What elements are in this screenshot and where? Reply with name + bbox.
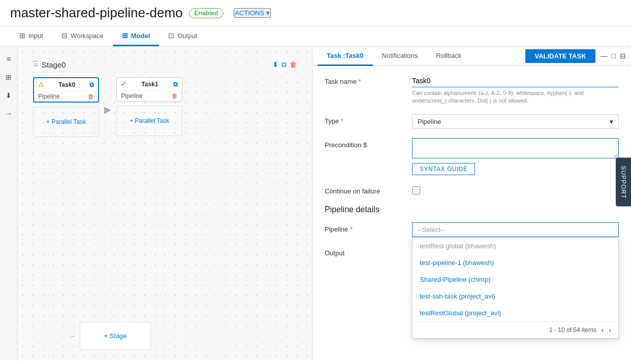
- precondition-label: Precondition $: [325, 138, 406, 149]
- input-icon: ⊞: [19, 31, 25, 40]
- task-card-0[interactable]: ⚠ Task0 ⧉ Pipeline 🗑: [33, 77, 99, 103]
- stage-container: ⠿ Stage0 ⬇ ⧉ 🗑 ⚠ Task0: [28, 57, 302, 142]
- pipeline-details-title: Pipeline details: [325, 205, 619, 214]
- output-icon: ⊡: [168, 31, 174, 40]
- main-layout: ≡ ⊞ ⬇ → ⠿ Stage0 ⬇ ⧉ 🗑: [0, 47, 631, 360]
- minimize-icon[interactable]: —: [601, 52, 608, 60]
- continue-failure-row: Continue on failure: [325, 184, 619, 196]
- output-label: Output: [325, 246, 406, 257]
- task-card-type-0: Pipeline 🗑: [34, 91, 98, 102]
- validate-task-button[interactable]: VALIDATE TASK: [525, 49, 595, 63]
- pipeline-label: Pipeline *: [325, 222, 406, 233]
- copy-task1-icon[interactable]: ⧉: [173, 81, 178, 88]
- type-control: Pipeline ▾: [412, 114, 619, 129]
- task-action-icons-1: ⧉: [173, 81, 178, 88]
- right-tab-notifications[interactable]: Notifications: [373, 47, 427, 66]
- dropdown-item-3[interactable]: test-ssh-task (project_avi): [413, 288, 618, 305]
- pipeline-row: Pipeline * --Select-- testRest global (b…: [325, 222, 619, 237]
- type-label: Type *: [325, 114, 406, 125]
- parallel-task-1[interactable]: + Parallel Task: [116, 106, 182, 136]
- delete-task-icon-0[interactable]: 🗑: [88, 93, 94, 100]
- right-tab-task[interactable]: Task :Task0: [318, 47, 373, 66]
- add-stage-button[interactable]: + Stage: [80, 322, 151, 350]
- precondition-control: SYNTAX GUIDE: [412, 138, 619, 175]
- right-panel: Task :Task0 Notifications Rollback VALID…: [312, 47, 631, 360]
- next-page-button[interactable]: ›: [609, 326, 611, 334]
- task-group-0: ⚠ Task0 ⧉ Pipeline 🗑: [33, 77, 99, 137]
- stage-header: ⠿ Stage0 ⬇ ⧉ 🗑: [28, 57, 302, 72]
- dropdown-item-2[interactable]: Shared-Pipeline (chimp): [413, 271, 618, 288]
- download-stage-icon[interactable]: ⬇: [272, 60, 278, 69]
- drag-handle-icon[interactable]: ⠿: [33, 60, 39, 69]
- canvas-inner: ⠿ Stage0 ⬇ ⧉ 🗑 ⚠ Task0: [18, 47, 312, 360]
- sidebar-icon-arrow[interactable]: →: [2, 107, 16, 121]
- right-tab-rollback[interactable]: Rollback: [427, 47, 470, 66]
- continue-failure-label: Continue on failure: [325, 184, 406, 195]
- arrow-right-icon: →: [69, 332, 76, 340]
- precondition-textarea[interactable]: [412, 138, 619, 158]
- task-name-label: Task name *: [325, 75, 406, 85]
- pipeline-dropdown: testRest global (bhawesh) test-pipeline-…: [412, 237, 619, 339]
- delete-task-icon-1[interactable]: 🗑: [172, 92, 178, 100]
- warn-icon: ⚠: [38, 81, 44, 88]
- enabled-badge: Enabled: [189, 8, 224, 18]
- sidebar-icon-menu[interactable]: ≡: [2, 52, 16, 66]
- actions-button[interactable]: ACTIONS ▾: [234, 8, 271, 18]
- parallel-task-0[interactable]: + Parallel Task: [33, 107, 99, 137]
- stage-name: Stage0: [42, 60, 66, 69]
- tab-model[interactable]: ⊞ Model: [113, 26, 160, 46]
- workspace-icon: ⊟: [61, 31, 68, 40]
- right-panel-header: Task :Task0 Notifications Rollback VALID…: [312, 47, 631, 65]
- type-chevron-icon: ▾: [610, 118, 613, 125]
- copy-task-icon[interactable]: ⧉: [89, 81, 94, 88]
- prev-page-button[interactable]: ‹: [602, 326, 604, 334]
- add-stage-area: → + Stage: [69, 322, 151, 350]
- task-card-type-1: Pipeline 🗑: [117, 91, 182, 101]
- task-action-icons-0: ⧉: [89, 81, 94, 88]
- canvas-area: ⠿ Stage0 ⬇ ⧉ 🗑 ⚠ Task0: [18, 47, 312, 360]
- dropdown-item-0[interactable]: testRest global (bhawesh): [413, 238, 618, 254]
- delete-stage-icon[interactable]: 🗑: [290, 60, 297, 69]
- stage-body: ⚠ Task0 ⧉ Pipeline 🗑: [28, 72, 302, 142]
- type-select[interactable]: Pipeline ▾: [412, 114, 619, 129]
- left-sidebar: ≡ ⊞ ⬇ →: [0, 47, 18, 360]
- maximize-icon[interactable]: □: [612, 52, 616, 60]
- dropdown-item-1[interactable]: test-pipeline-1 (bhawesh): [413, 254, 618, 271]
- task-name-row: Task name * Can contain alphanumeric (a-…: [325, 75, 619, 105]
- type-row: Type * Pipeline ▾: [325, 114, 619, 129]
- tab-input[interactable]: ⊞ Input: [10, 26, 52, 46]
- pipeline-control: --Select-- testRest global (bhawesh) tes…: [412, 222, 619, 237]
- tab-output[interactable]: ⊡ Output: [159, 26, 206, 46]
- ok-icon: ✓: [121, 80, 127, 88]
- copy-stage-icon[interactable]: ⧉: [281, 60, 287, 69]
- tab-workspace[interactable]: ⊟ Workspace: [52, 26, 113, 46]
- task-card-1[interactable]: ✓ Task1 ⧉ Pipeline 🗑: [116, 77, 182, 102]
- task-name-input[interactable]: [412, 75, 619, 87]
- page-title: master-shared-pipeline-demo: [10, 5, 183, 21]
- chevron-down-icon: ▾: [266, 9, 270, 17]
- task-name-1: Task1: [141, 81, 158, 88]
- pipeline-select-input[interactable]: --Select--: [412, 222, 619, 237]
- continue-failure-control: [412, 184, 619, 196]
- task-name-0: Task0: [58, 81, 75, 88]
- task-group-1: ✓ Task1 ⧉ Pipeline 🗑: [116, 77, 182, 137]
- sidebar-icon-download[interactable]: ⬇: [2, 88, 16, 103]
- right-content: Task name * Can contain alphanumeric (a-…: [312, 65, 631, 360]
- precondition-row: Precondition $ SYNTAX GUIDE: [325, 138, 619, 175]
- arrow-connector: ▶: [104, 82, 111, 137]
- dropdown-item-4[interactable]: testRestGlobal (project_avi): [413, 305, 618, 321]
- sidebar-icon-grid[interactable]: ⊞: [2, 70, 16, 84]
- task-name-hint: Can contain alphanumeric (a-z, A-Z, 0-9)…: [412, 89, 619, 105]
- support-tab[interactable]: SUPPORT: [616, 157, 631, 207]
- nav-tabs: ⊞ Input ⊟ Workspace ⊞ Model ⊡ Output: [0, 26, 631, 47]
- task-name-control: Can contain alphanumeric (a-z, A-Z, 0-9)…: [412, 75, 619, 105]
- task-card-header-1: ✓ Task1 ⧉: [117, 78, 182, 91]
- continue-failure-checkbox[interactable]: [412, 186, 420, 194]
- close-panel-icon[interactable]: ⊟: [620, 52, 626, 60]
- pagination-text: 1 - 10 of 54 items: [549, 326, 596, 334]
- task-card-header-0: ⚠ Task0 ⧉: [34, 78, 98, 91]
- syntax-guide-button[interactable]: SYNTAX GUIDE: [412, 163, 475, 175]
- right-panel-tabs: Task :Task0 Notifications Rollback: [312, 47, 525, 65]
- dropdown-pagination: 1 - 10 of 54 items ‹ ›: [413, 321, 618, 338]
- page-header: master-shared-pipeline-demo Enabled ACTI…: [0, 0, 631, 26]
